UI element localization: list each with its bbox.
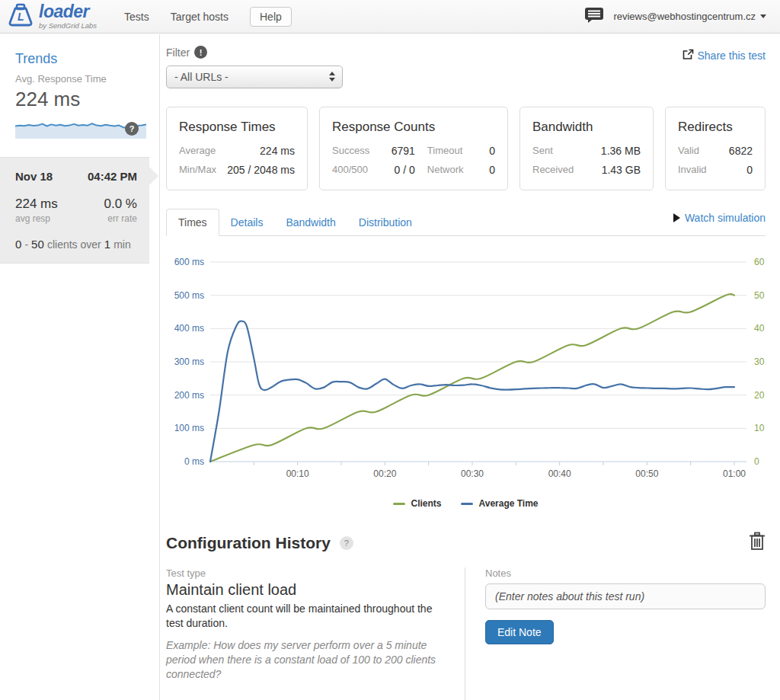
tab-details[interactable]: Details [219, 209, 275, 235]
stat-value: 6791 [392, 145, 415, 157]
stat-card-title: Response Counts [332, 120, 495, 135]
nav-target-hosts[interactable]: Target hosts [171, 11, 229, 23]
brand[interactable]: L loader by SendGrid Labs [8, 3, 97, 30]
share-icon [682, 49, 694, 62]
url-filter-selected-value: - All URLs - [174, 71, 229, 83]
svg-text:100 ms: 100 ms [174, 423, 204, 433]
stat-value: 6822 [729, 145, 753, 157]
err-rate-label: err rate [107, 213, 137, 224]
help-button[interactable]: Help [250, 7, 292, 27]
svg-text:0: 0 [754, 456, 759, 467]
stat-label: Min/Max [179, 164, 216, 176]
loader-logo-icon: L [8, 3, 34, 30]
account-menu[interactable]: reviews@webhostingcentrum.cz [613, 11, 766, 22]
svg-text:60: 60 [754, 257, 765, 267]
svg-text:L: L [18, 11, 24, 23]
chart-legend: ClientsAverage Time [166, 498, 766, 509]
stat-value: 1.43 GB [602, 164, 641, 176]
config-help-icon[interactable]: ? [340, 536, 353, 550]
svg-text:300 ms: 300 ms [174, 356, 204, 367]
run-clients-summary: 0 - 50 clients over 1 min [15, 238, 137, 251]
stat-label: Valid [678, 145, 699, 157]
stat-value: 0 / 0 [395, 164, 415, 176]
svg-text:01:00: 01:00 [723, 468, 746, 479]
stat-card-response-times: Response TimesAverage224 msMin/Max205 / … [166, 107, 308, 190]
tab-distribution[interactable]: Distribution [347, 209, 424, 235]
share-test-link[interactable]: Share this test [682, 49, 766, 62]
notes-input[interactable]: (Enter notes about this test run) [485, 583, 766, 609]
stat-label: Sent [532, 145, 553, 157]
brand-tagline: by SendGrid Labs [39, 22, 97, 30]
trends-link[interactable]: Trends [15, 51, 149, 67]
svg-text:00:40: 00:40 [548, 468, 571, 479]
chevron-down-icon [760, 14, 766, 18]
stat-value: 1.36 MB [601, 145, 641, 157]
svg-text:00:20: 00:20 [373, 468, 396, 479]
trends-sidebar: Trends Avg. Response Time 224 ms ? Nov 1… [0, 34, 160, 700]
main-content: Filter ! - All URLs - Share this test Re… [160, 34, 780, 700]
stat-value: 0 [746, 164, 753, 176]
chart-tabs: TimesDetailsBandwidthDistribution Watch … [166, 209, 766, 236]
stat-label: Timeout [427, 145, 462, 157]
brand-name: loader [39, 3, 97, 21]
stat-label: Invalid [678, 164, 707, 176]
stat-card-title: Response Times [179, 120, 295, 135]
svg-text:400 ms: 400 ms [174, 323, 204, 334]
nav-tests[interactable]: Tests [124, 11, 149, 23]
metric-label: Avg. Response Time [15, 73, 149, 85]
svg-text:00:50: 00:50 [635, 468, 658, 479]
filter-info-icon[interactable]: ! [194, 46, 207, 59]
stat-value: 0 [489, 164, 495, 176]
run-date: Nov 18 [15, 170, 53, 183]
test-type-description: A constant client count will be maintain… [166, 602, 445, 631]
svg-text:50: 50 [754, 290, 765, 301]
test-type-value: Maintain client load [166, 581, 445, 599]
stat-card-redirects: RedirectsValid6822Invalid0 [665, 107, 766, 190]
stat-value: 0 [489, 145, 495, 157]
svg-text:0 ms: 0 ms [184, 456, 204, 467]
test-type-example: Example: How does my server perform over… [166, 638, 445, 682]
svg-text:600 ms: 600 ms [174, 257, 204, 267]
stat-label: Network [427, 164, 464, 176]
legend-swatch-icon [393, 503, 405, 505]
avg-resp-label: avg resp [15, 213, 50, 224]
stat-card-bandwidth: BandwidthSent1.36 MBReceived1.43 GB [519, 107, 654, 190]
account-email: reviews@webhostingcentrum.cz [613, 11, 756, 22]
legend-swatch-icon [461, 503, 473, 505]
stat-value: 224 ms [260, 145, 295, 157]
notes-label: Notes [485, 567, 766, 579]
svg-text:10: 10 [754, 423, 765, 433]
filter-label: Filter [166, 46, 190, 59]
messages-icon[interactable] [584, 7, 604, 27]
stats-cards: Response TimesAverage224 msMin/Max205 / … [166, 107, 766, 190]
delete-test-icon[interactable] [749, 532, 766, 554]
play-icon [673, 213, 680, 222]
test-run-card[interactable]: Nov 18 04:42 PM 224 ms 0.0 % avg resp er… [0, 157, 149, 264]
svg-text:500 ms: 500 ms [174, 290, 204, 301]
test-type-label: Test type [166, 567, 445, 579]
svg-text:40: 40 [754, 323, 765, 334]
metric-value: 224 ms [15, 88, 149, 111]
stat-card-response-counts: Response CountsSuccess6791Timeout0400/50… [319, 107, 508, 190]
edit-note-button[interactable]: Edit Note [485, 620, 554, 644]
svg-text:200 ms: 200 ms [174, 390, 204, 401]
legend-clients[interactable]: Clients [393, 498, 441, 509]
sparkline-help-icon[interactable]: ? [125, 122, 139, 136]
config-history-title: Configuration History [166, 534, 331, 552]
tab-times[interactable]: Times [166, 209, 219, 236]
stat-value: 205 / 2048 ms [227, 164, 295, 176]
url-filter-select[interactable]: - All URLs - [166, 66, 343, 88]
run-error-rate: 0.0 % [104, 197, 137, 212]
stat-label: 400/500 [332, 164, 368, 176]
tab-bandwidth[interactable]: Bandwidth [274, 209, 347, 235]
svg-text:30: 30 [754, 356, 765, 367]
legend-average-time[interactable]: Average Time [461, 498, 538, 509]
run-avg-response: 224 ms [15, 197, 58, 212]
stat-label: Success [332, 145, 369, 157]
chart-canvas: 0 ms0100 ms10200 ms20300 ms30400 ms40500… [166, 247, 766, 489]
watch-simulation-link[interactable]: Watch simulation [673, 212, 766, 224]
response-time-chart: 0 ms0100 ms10200 ms20300 ms30400 ms40500… [166, 247, 766, 509]
svg-text:20: 20 [754, 390, 765, 401]
stat-card-title: Bandwidth [532, 120, 641, 135]
stat-card-title: Redirects [678, 120, 753, 135]
